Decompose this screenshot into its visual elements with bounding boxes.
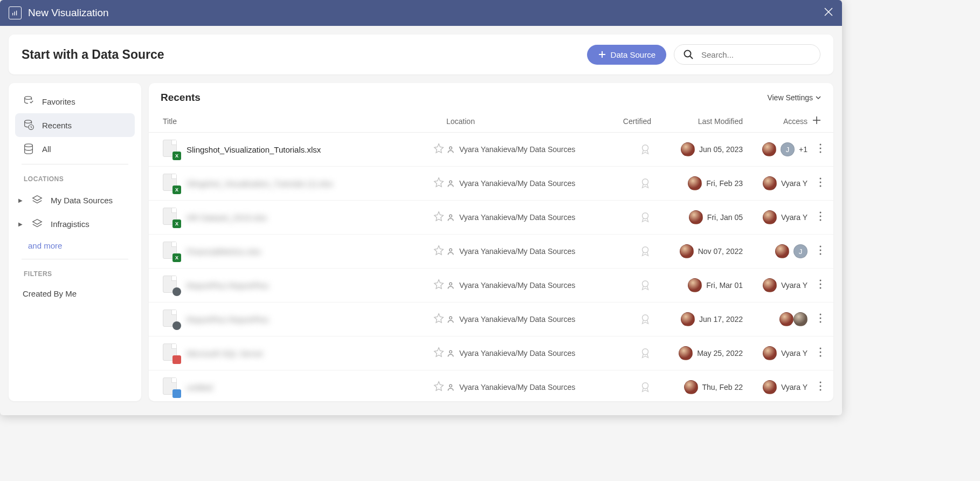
favorite-star[interactable] xyxy=(433,211,444,224)
more-vertical-icon xyxy=(819,279,822,289)
star-icon xyxy=(433,347,444,358)
modified-date: Nov 07, 2022 xyxy=(698,247,743,256)
svg-point-39 xyxy=(820,287,822,289)
and-more-link[interactable]: and more xyxy=(15,236,135,256)
svg-point-51 xyxy=(643,383,648,389)
table-row[interactable]: ReportPlus ReportPlusVyara Yanakieva/My … xyxy=(149,269,833,303)
more-vertical-icon xyxy=(819,313,822,323)
table-row[interactable]: XSlingshot_Visualization_Tutorials.xlsxV… xyxy=(149,133,833,167)
favorite-star[interactable] xyxy=(433,313,444,326)
svg-point-28 xyxy=(820,216,822,217)
avatar xyxy=(763,346,777,360)
favorite-star[interactable] xyxy=(433,381,444,394)
filters-section-label: FILTERS xyxy=(15,263,135,283)
plus-icon xyxy=(598,50,606,59)
row-more-button[interactable] xyxy=(808,279,822,291)
sidebar-item-recents[interactable]: Recents xyxy=(15,113,135,137)
modified-date: Jun 17, 2022 xyxy=(699,315,743,324)
access-name: Vyara Y xyxy=(781,179,808,188)
access-name: Vyara Y xyxy=(781,383,808,391)
sidebar-item-my-data-sources[interactable]: ▶ My Data Sources xyxy=(15,188,135,212)
divider xyxy=(22,164,128,164)
row-more-button[interactable] xyxy=(808,245,822,257)
favorite-star[interactable] xyxy=(433,245,444,258)
svg-point-21 xyxy=(643,179,648,185)
svg-point-38 xyxy=(820,284,822,285)
row-more-button[interactable] xyxy=(808,211,822,223)
col-header-location[interactable]: Location xyxy=(446,117,586,126)
add-column-button[interactable] xyxy=(808,115,822,127)
chevron-down-icon xyxy=(815,94,822,101)
table-row[interactable]: Microsoft SQL ServerVyara Yanakieva/My D… xyxy=(149,336,833,370)
search-input[interactable] xyxy=(701,50,811,59)
sidebar-item-infragistics[interactable]: ▶ Infragistics xyxy=(15,212,135,236)
person-icon xyxy=(446,145,455,154)
svg-point-43 xyxy=(820,318,822,319)
avatar xyxy=(681,142,695,156)
person-icon xyxy=(446,247,455,256)
location-text: Vyara Yanakieva/My Data Sources xyxy=(459,179,575,188)
header-actions: Data Source xyxy=(587,44,820,65)
avatar xyxy=(681,312,695,326)
file-icon: X xyxy=(163,242,180,261)
row-more-button[interactable] xyxy=(808,347,822,359)
svg-point-15 xyxy=(450,147,452,149)
row-more-button[interactable] xyxy=(808,143,822,155)
location-text: Vyara Yanakieva/My Data Sources xyxy=(459,247,575,256)
favorite-star[interactable] xyxy=(433,177,444,190)
table-row[interactable]: untitledVyara Yanakieva/My Data SourcesT… xyxy=(149,370,833,401)
location-text: Vyara Yanakieva/My Data Sources xyxy=(459,145,575,154)
person-icon xyxy=(446,213,455,222)
created-by-me-label: Created By Me xyxy=(23,289,77,298)
col-header-modified[interactable]: Last Modified xyxy=(651,117,743,126)
main-header: Recents View Settings xyxy=(149,83,833,110)
database-icon xyxy=(23,143,34,155)
view-settings-button[interactable]: View Settings xyxy=(767,93,822,102)
table-row[interactable]: XHR Dataset_2019.xlsxVyara Yanakieva/My … xyxy=(149,201,833,235)
col-header-title[interactable]: Title xyxy=(161,117,446,126)
add-data-source-button[interactable]: Data Source xyxy=(587,45,666,65)
svg-point-54 xyxy=(820,389,822,391)
favorite-star[interactable] xyxy=(433,279,444,292)
row-more-button[interactable] xyxy=(808,177,822,189)
file-icon xyxy=(163,377,180,397)
svg-point-19 xyxy=(820,152,822,153)
location-text: Vyara Yanakieva/My Data Sources xyxy=(459,383,575,391)
app-window: New Visualization Start with a Data Sour… xyxy=(0,0,842,415)
row-more-button[interactable] xyxy=(808,381,822,393)
search-box[interactable] xyxy=(674,44,820,65)
search-icon xyxy=(683,49,694,60)
sidebar-item-created-by-me[interactable]: Created By Me xyxy=(15,283,135,304)
svg-point-7 xyxy=(685,51,691,57)
sidebar-item-favorites[interactable]: Favorites xyxy=(15,90,135,113)
infragistics-label: Infragistics xyxy=(51,219,89,229)
col-header-access[interactable]: Access xyxy=(743,117,808,126)
sidebar-item-all[interactable]: All xyxy=(15,137,135,161)
more-vertical-icon xyxy=(819,211,822,221)
svg-point-48 xyxy=(820,352,822,353)
modified-date: May 25, 2022 xyxy=(697,349,743,358)
favorite-star[interactable] xyxy=(433,143,444,156)
svg-point-27 xyxy=(820,212,822,214)
access-name: Vyara Y xyxy=(781,213,808,222)
col-header-certified[interactable]: Certified xyxy=(586,117,651,126)
avatar xyxy=(689,210,703,224)
access-name: Vyara Y xyxy=(781,349,808,358)
ribbon-icon xyxy=(639,279,651,291)
row-more-button[interactable] xyxy=(808,313,822,325)
table-row[interactable]: ReportPlus ReportPlusVyara Yanakieva/My … xyxy=(149,303,833,336)
sidebar-all-label: All xyxy=(42,145,51,154)
avatar xyxy=(775,244,789,258)
avatar xyxy=(763,210,777,224)
favorite-star[interactable] xyxy=(433,347,444,360)
table-row[interactable]: XSlingshot_Visualization_Tutorials (1).x… xyxy=(149,167,833,201)
close-button[interactable] xyxy=(824,7,833,19)
file-title: untitled xyxy=(187,383,212,392)
file-title: ReportPlus ReportPlus xyxy=(187,315,269,324)
page-title: Start with a Data Source xyxy=(22,47,164,62)
ribbon-icon xyxy=(639,211,651,223)
main-panel: Recents View Settings Title Location Cer… xyxy=(149,83,833,401)
modified-date: Jun 05, 2023 xyxy=(699,145,743,154)
table-row[interactable]: XFinancialMetrics.xlsxVyara Yanakieva/My… xyxy=(149,235,833,269)
avatar xyxy=(684,380,698,394)
